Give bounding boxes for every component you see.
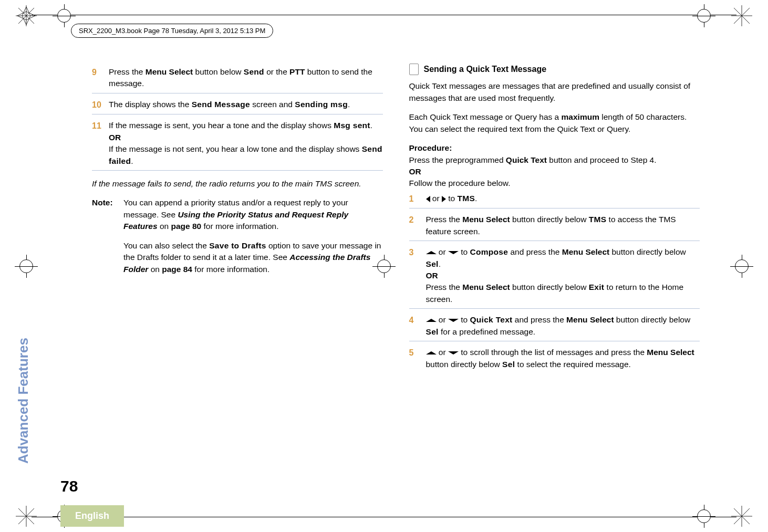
text: or [437, 315, 448, 324]
step-number: 1 [409, 193, 421, 205]
step-body: The display shows the Send Message scree… [109, 99, 383, 111]
procedure-block: Procedure: Press the preprogrammed Quick… [409, 142, 700, 190]
note-block: Note: You can append a priority status a… [92, 197, 383, 275]
svg-line-10 [26, 16, 30, 25]
text: to [459, 247, 470, 256]
text-bold: PTT [289, 67, 305, 76]
text: on [158, 222, 171, 231]
page-ref: page 80 [171, 222, 201, 231]
text-bold: Menu Select [462, 283, 510, 291]
page-ref: page 84 [162, 265, 192, 274]
text: Press the preprogrammed [409, 155, 506, 164]
note-body: You can append a priority status and/or … [123, 197, 383, 275]
svg-line-4 [26, 7, 30, 16]
text: to [446, 194, 458, 203]
text-bold: Menu Select [146, 67, 193, 76]
text: or [430, 194, 442, 203]
svg-line-8 [26, 16, 35, 20]
page-number: 78 [60, 477, 78, 495]
starburst-icon [731, 506, 752, 527]
ui-label: TMS [589, 215, 607, 224]
nav-down-icon [448, 251, 459, 254]
note-label: Note: [92, 197, 116, 275]
fail-note: If the message fails to send, the radio … [92, 178, 383, 190]
text: for more information. [201, 222, 278, 231]
svg-line-9 [26, 12, 35, 16]
text: to scroll through the list of messages a… [459, 348, 647, 357]
step-number: 2 [409, 214, 421, 237]
svg-line-5 [22, 7, 26, 16]
ui-label: Sel [426, 327, 439, 336]
section-title: Sending a Quick Text Message [424, 63, 547, 75]
nav-up-icon [426, 251, 437, 254]
nav-up-icon [426, 351, 437, 354]
text: . [131, 157, 133, 165]
chapter-tab: Advanced Features [15, 338, 32, 464]
step-body: or to TMS. [426, 193, 700, 205]
ui-label: Exit [589, 283, 605, 291]
step-number: 5 [409, 347, 421, 370]
text: or the [264, 67, 289, 76]
text: button directly below [510, 283, 589, 291]
step-3: 3 or to Compose and press the Menu Selec… [409, 243, 700, 309]
step-1: 1 or to TMS. [409, 190, 700, 208]
text: Follow the procedure below. [409, 179, 511, 187]
step-11: 11 If the message is sent, you hear a to… [92, 117, 383, 171]
top-crop-line [32, 15, 736, 15]
ui-label: Send Message [192, 100, 250, 109]
registration-mark-icon [692, 505, 715, 528]
step-number: 11 [92, 120, 103, 167]
text: on [148, 265, 162, 274]
text-bold: maximum [562, 112, 599, 121]
text-bold: Menu Select [562, 247, 609, 256]
document-icon [409, 64, 419, 75]
ui-label: TMS [457, 194, 475, 203]
text: Press the [426, 283, 463, 291]
text: Press the [109, 67, 146, 76]
text: to [459, 315, 470, 324]
chapter-tab-label: Advanced Features [15, 338, 31, 464]
ui-label: Quick Text [470, 315, 512, 324]
text: button directly below [510, 215, 589, 224]
text: button and proceed to Step 4. [547, 155, 657, 164]
starburst-icon [16, 5, 37, 26]
page-content: Advanced Features 78 English 9 Press the… [0, 63, 768, 479]
nav-left-icon [426, 196, 430, 202]
nav-down-icon [448, 319, 459, 322]
text: for more information. [192, 265, 269, 274]
text-bold: Menu Select [647, 348, 694, 357]
text: button below [193, 67, 244, 76]
text-bold: Menu Select [462, 215, 510, 224]
text-bold: Menu Select [566, 315, 614, 324]
ui-label: Sending msg [295, 100, 348, 109]
intro-para: Each Quick Text message or Query has a m… [409, 111, 700, 135]
nav-right-icon [442, 196, 446, 202]
step-number: 4 [409, 314, 421, 338]
page-header: SRX_2200_M3.book Page 78 Tuesday, April … [71, 24, 273, 38]
text-bold: Quick Text [506, 155, 547, 164]
text: to select the required message. [515, 360, 631, 369]
text: and press the [508, 247, 562, 256]
registration-mark-icon [692, 4, 715, 27]
ui-label: Sel [502, 360, 515, 369]
text: . [370, 121, 372, 130]
text: screen and [250, 100, 295, 109]
starburst-icon [16, 506, 37, 527]
svg-line-6 [17, 16, 26, 20]
section-heading: Sending a Quick Text Message [409, 63, 700, 75]
text: . [475, 194, 477, 203]
procedure-label: Procedure: [409, 143, 452, 152]
ui-label: Compose [470, 247, 508, 256]
text: The display shows the [109, 100, 192, 109]
ui-label: Send [244, 67, 264, 76]
ui-label: Sel [426, 259, 439, 268]
text: If the message is not sent, you hear a l… [109, 144, 362, 153]
or-label: OR [109, 133, 121, 142]
or-label: OR [409, 167, 421, 176]
text: button directly below [609, 247, 686, 256]
text: . [439, 259, 441, 268]
text: If the message is sent, you hear a tone … [109, 121, 334, 130]
step-body: If the message is sent, you hear a tone … [109, 120, 383, 167]
text: or [437, 247, 448, 256]
text: button directly below [426, 360, 503, 369]
